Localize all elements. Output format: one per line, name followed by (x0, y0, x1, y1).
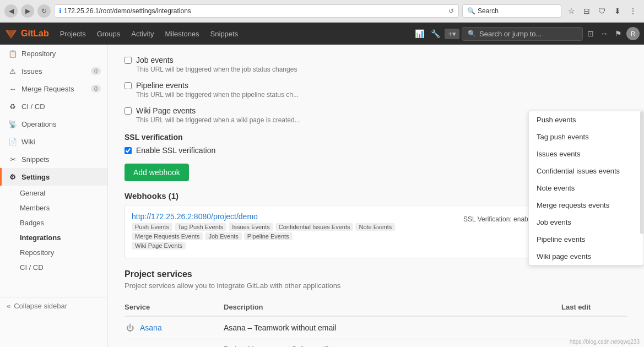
dropdown-item-merge[interactable]: Merge requests events (529, 197, 643, 214)
cicd-icon: ♻ (8, 102, 17, 111)
gitlab-logo: GitLab (4, 27, 49, 40)
sidebar-item-label: Settings (21, 173, 50, 181)
project-services-desc: Project services allow you to integrate … (125, 281, 627, 290)
asana-link[interactable]: Asana (140, 323, 162, 332)
dropdown-item-issues[interactable]: Issues events (529, 145, 643, 162)
sidebar-item-label: CI / CD (21, 102, 45, 111)
job-events-checkbox[interactable] (125, 57, 132, 64)
navbar-projects[interactable]: Projects (56, 28, 90, 40)
collapse-sidebar[interactable]: « Collapse sidebar (0, 297, 107, 315)
search-icon: 🔍 (467, 7, 475, 15)
sidebar-toggle-icon[interactable]: ⊡ (585, 27, 596, 40)
navbar-groups[interactable]: Groups (93, 28, 125, 40)
header-last-edit: Last edit (561, 303, 627, 311)
avatar[interactable]: R (626, 27, 640, 40)
issues-icon: ⚠ (8, 67, 17, 75)
browser-search-text: Search (478, 7, 499, 15)
sidebar-sub-ci-cd[interactable]: CI / CD (0, 260, 107, 275)
url-bar[interactable]: ℹ 172.25.26.1/root/demo/settings/integra… (54, 4, 459, 18)
merge-icon: ↔ (8, 84, 17, 93)
services-table-header: Service Description Last edit (125, 299, 627, 317)
url-text: 172.25.26.1/root/demo/settings/integrati… (64, 7, 446, 15)
plus-button[interactable]: +▾ (445, 29, 459, 39)
dropdown-item-confidential[interactable]: Confidential issues events (529, 162, 643, 180)
sidebar-item-repository[interactable]: 📋 Repository (0, 45, 107, 62)
shield-icon[interactable]: 🛡 (596, 4, 609, 18)
ssl-checkbox[interactable] (125, 147, 132, 154)
dropdown-item-tagpush[interactable]: Tag push events (529, 128, 643, 145)
pipeline-events-label[interactable]: Pipeline events This URL will be trigger… (125, 81, 627, 99)
webhook-tag-push: Push Events (132, 223, 172, 231)
ssl-checkbox-text: Enable SSL verification (136, 146, 215, 155)
refresh-button[interactable]: ↻ (37, 4, 51, 18)
sidebar-item-settings[interactable]: ⚙ Settings (0, 168, 107, 186)
webhook-ssl-status: SSL Verification: enabled (463, 215, 537, 223)
navbar-search-text: Search or jump to... (479, 30, 542, 38)
webhook-tag-pipeline: Pipeline Events (244, 232, 293, 240)
navbar-milestones[interactable]: Milestones (160, 28, 203, 40)
pipeline-events-desc: This URL will be triggered when the pipe… (136, 91, 299, 99)
table-row: ⏻ Asana Asana – Teamwork without email (125, 317, 627, 339)
sidebar-sub-members[interactable]: Members (0, 200, 107, 215)
pipeline-events-checkbox[interactable] (125, 82, 132, 89)
operations-icon: 📡 (8, 120, 17, 128)
sidebar-item-wiki[interactable]: 📄 Wiki (0, 133, 107, 150)
sidebar-item-merge-requests[interactable]: ↔ Merge Requests 0 (0, 80, 107, 97)
star-icon[interactable]: ☆ (565, 4, 578, 18)
dropdown-item-job[interactable]: Job events (529, 214, 643, 231)
webhook-tag-tagpush: Tag Push Events (175, 223, 227, 231)
job-events-title: Job events (136, 56, 297, 64)
dropdown-item-note[interactable]: Note events (529, 180, 643, 197)
sidebar-item-label: Issues (21, 67, 42, 75)
forward-button[interactable]: ▶ (21, 4, 34, 18)
sidebar: 📋 Repository ⚠ Issues 0 ↔ Merge Requests… (0, 45, 108, 347)
wiki-events-checkbox[interactable] (125, 107, 132, 115)
sidebar-sub-general[interactable]: General (0, 186, 107, 200)
sidebar-sub-badges[interactable]: Badges (0, 215, 107, 230)
dropdown-overlay: Push events Tag push events Issues event… (528, 111, 644, 265)
dropdown-item-wiki[interactable]: Wiki page events (529, 248, 643, 265)
pipeline-events-title: Pipeline events (136, 81, 299, 90)
chart-icon[interactable]: 📊 (413, 27, 426, 40)
add-webhook-button[interactable]: Add webhook (125, 164, 189, 181)
navbar-search[interactable]: 🔍 Search or jump to... (462, 27, 583, 41)
back-button[interactable]: ◀ (4, 4, 18, 18)
wiki-events-desc: This URL will be triggered when a wiki p… (136, 116, 300, 124)
sidebar-item-label: Merge Requests (21, 85, 74, 93)
pipeline-events-group: Pipeline events This URL will be trigger… (125, 81, 627, 99)
main-layout: 📋 Repository ⚠ Issues 0 ↔ Merge Requests… (0, 45, 644, 347)
issues-icon[interactable]: ⚑ (613, 27, 624, 40)
download-icon[interactable]: ⬇ (611, 4, 624, 18)
job-events-group: Job events This URL will be triggered wh… (125, 56, 627, 73)
dropdown-item-pipeline[interactable]: Pipeline events (529, 231, 643, 248)
asana-description: Asana – Teamwork without email (224, 323, 561, 332)
sidebar-item-ci-cd[interactable]: ♻ CI / CD (0, 97, 107, 115)
webhook-tag-issues: Issues Events (229, 223, 273, 231)
wrench-icon[interactable]: 🔧 (429, 27, 442, 40)
issues-badge: 0 (91, 67, 101, 75)
sidebar-sub-integrations[interactable]: Integrations (0, 230, 107, 245)
merge-badge: 0 (91, 85, 101, 93)
webhook-tag-wiki: Wiki Page Events (132, 242, 186, 250)
sidebar-item-issues[interactable]: ⚠ Issues 0 (0, 62, 107, 80)
sidebar-item-operations[interactable]: 📡 Operations (0, 115, 107, 133)
job-events-label[interactable]: Job events This URL will be triggered wh… (125, 56, 627, 73)
service-description-2: Project Management Software (Source... (224, 345, 561, 347)
snippets-icon: ✂ (8, 155, 17, 164)
navbar-activity[interactable]: Activity (127, 28, 158, 40)
browser-search-box[interactable]: 🔍 Search (462, 4, 561, 18)
dropdown-item-push[interactable]: Push events (529, 111, 643, 128)
bookmark-icon[interactable]: ⊟ (580, 4, 593, 18)
webhook-tag-merge: Merge Requests Events (132, 232, 203, 240)
gitlab-navbar: GitLab Projects Groups Activity Mileston… (0, 23, 644, 45)
menu-icon[interactable]: ⋮ (626, 4, 640, 18)
merge-request-icon[interactable]: ↔ (598, 27, 610, 40)
asana-power-icon: ⏻ (125, 322, 136, 333)
sidebar-item-label: Wiki (21, 138, 35, 146)
sidebar-sub-repository[interactable]: Repository (0, 245, 107, 260)
dropdown-scrollbar (640, 111, 643, 234)
sidebar-item-snippets[interactable]: ✂ Snippets (0, 150, 107, 168)
sidebar-item-label: Snippets (21, 155, 50, 164)
sidebar-item-label: Repository (21, 50, 56, 58)
navbar-snippets[interactable]: Snippets (206, 28, 243, 40)
